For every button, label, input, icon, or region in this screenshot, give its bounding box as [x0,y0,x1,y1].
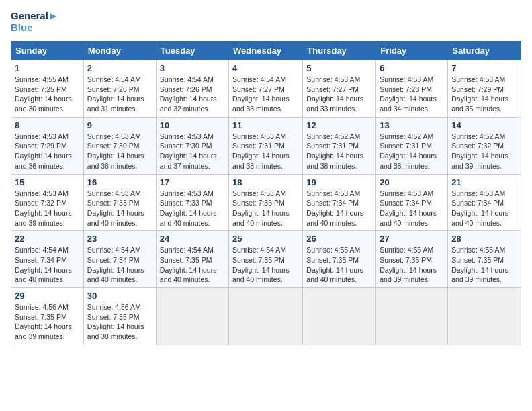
calendar-cell: 16Sunrise: 4:53 AMSunset: 7:33 PMDayligh… [83,174,156,231]
day-info: Sunrise: 4:52 AMSunset: 7:32 PMDaylight:… [451,132,517,171]
day-number: 27 [380,234,444,244]
day-number: 1 [15,63,80,73]
day-info: Sunrise: 4:54 AMSunset: 7:34 PMDaylight:… [15,245,80,285]
day-info: Sunrise: 4:52 AMSunset: 7:31 PMDaylight:… [380,132,444,171]
weekday-header-monday: Monday [83,42,156,60]
calendar-cell: 2Sunrise: 4:54 AMSunset: 7:26 PMDaylight… [83,60,156,118]
calendar-cell: 24Sunrise: 4:54 AMSunset: 7:35 PMDayligh… [156,231,228,288]
calendar-table: SundayMondayTuesdayWednesdayThursdayFrid… [11,41,521,345]
calendar-cell [229,288,303,345]
day-info: Sunrise: 4:53 AMSunset: 7:31 PMDaylight:… [232,132,299,171]
day-number: 13 [380,120,444,130]
day-number: 2 [87,63,152,73]
day-info: Sunrise: 4:54 AMSunset: 7:34 PMDaylight:… [87,245,152,285]
day-info: Sunrise: 4:53 AMSunset: 7:34 PMDaylight:… [380,189,444,228]
day-number: 20 [380,177,444,187]
calendar-cell: 13Sunrise: 4:52 AMSunset: 7:31 PMDayligh… [376,117,448,174]
calendar-cell: 30Sunrise: 4:56 AMSunset: 7:35 PMDayligh… [83,288,156,345]
day-info: Sunrise: 4:53 AMSunset: 7:30 PMDaylight:… [87,132,152,171]
weekday-header-friday: Friday [376,42,448,60]
day-number: 15 [15,177,80,187]
page-header: General►Blue [11,11,521,33]
calendar-cell: 20Sunrise: 4:53 AMSunset: 7:34 PMDayligh… [376,174,448,231]
day-info: Sunrise: 4:55 AMSunset: 7:35 PMDaylight:… [451,245,517,285]
day-info: Sunrise: 4:53 AMSunset: 7:33 PMDaylight:… [160,189,225,228]
calendar-cell: 17Sunrise: 4:53 AMSunset: 7:33 PMDayligh… [156,174,228,231]
calendar-cell: 10Sunrise: 4:53 AMSunset: 7:30 PMDayligh… [156,117,228,174]
day-number: 30 [87,291,152,301]
day-info: Sunrise: 4:55 AMSunset: 7:35 PMDaylight:… [380,245,444,285]
calendar-week-row: 1Sunrise: 4:55 AMSunset: 7:25 PMDaylight… [11,60,521,118]
calendar-cell: 7Sunrise: 4:53 AMSunset: 7:29 PMDaylight… [448,60,521,118]
calendar-cell: 14Sunrise: 4:52 AMSunset: 7:32 PMDayligh… [448,117,521,174]
calendar-cell [376,288,448,345]
weekday-header-wednesday: Wednesday [229,42,303,60]
day-number: 3 [160,63,225,73]
day-info: Sunrise: 4:53 AMSunset: 7:28 PMDaylight:… [380,75,444,114]
calendar-cell: 22Sunrise: 4:54 AMSunset: 7:34 PMDayligh… [11,231,84,288]
day-info: Sunrise: 4:53 AMSunset: 7:34 PMDaylight:… [451,189,517,228]
day-number: 8 [15,120,80,130]
day-info: Sunrise: 4:53 AMSunset: 7:29 PMDaylight:… [15,132,80,171]
calendar-cell: 15Sunrise: 4:53 AMSunset: 7:32 PMDayligh… [11,174,84,231]
calendar-week-row: 15Sunrise: 4:53 AMSunset: 7:32 PMDayligh… [11,174,521,231]
day-number: 23 [87,234,152,244]
calendar-cell: 9Sunrise: 4:53 AMSunset: 7:30 PMDaylight… [83,117,156,174]
calendar-cell: 21Sunrise: 4:53 AMSunset: 7:34 PMDayligh… [448,174,521,231]
day-number: 24 [160,234,225,244]
day-number: 9 [87,120,152,130]
calendar-cell: 27Sunrise: 4:55 AMSunset: 7:35 PMDayligh… [376,231,448,288]
day-number: 6 [380,63,444,73]
day-number: 14 [451,120,517,130]
day-number: 12 [306,120,372,130]
day-number: 28 [451,234,517,244]
calendar-cell: 8Sunrise: 4:53 AMSunset: 7:29 PMDaylight… [11,117,84,174]
calendar-cell: 3Sunrise: 4:54 AMSunset: 7:26 PMDaylight… [156,60,228,118]
weekday-header-saturday: Saturday [448,42,521,60]
weekday-header-thursday: Thursday [303,42,376,60]
day-info: Sunrise: 4:54 AMSunset: 7:35 PMDaylight:… [160,245,225,285]
calendar-cell [448,288,521,345]
day-number: 5 [306,63,372,73]
day-number: 11 [232,120,299,130]
day-number: 17 [160,177,225,187]
calendar-cell [156,288,228,345]
calendar-cell: 23Sunrise: 4:54 AMSunset: 7:34 PMDayligh… [83,231,156,288]
calendar-week-row: 29Sunrise: 4:56 AMSunset: 7:35 PMDayligh… [11,288,521,345]
calendar-cell: 1Sunrise: 4:55 AMSunset: 7:25 PMDaylight… [11,60,84,118]
calendar-cell: 28Sunrise: 4:55 AMSunset: 7:35 PMDayligh… [448,231,521,288]
day-info: Sunrise: 4:53 AMSunset: 7:33 PMDaylight:… [232,189,299,228]
day-info: Sunrise: 4:54 AMSunset: 7:26 PMDaylight:… [87,75,152,114]
day-number: 16 [87,177,152,187]
weekday-header-sunday: Sunday [11,42,84,60]
calendar-week-row: 22Sunrise: 4:54 AMSunset: 7:34 PMDayligh… [11,231,521,288]
day-info: Sunrise: 4:53 AMSunset: 7:30 PMDaylight:… [160,132,225,171]
day-info: Sunrise: 4:53 AMSunset: 7:32 PMDaylight:… [15,189,80,228]
day-info: Sunrise: 4:56 AMSunset: 7:35 PMDaylight:… [87,302,152,342]
calendar-cell: 29Sunrise: 4:56 AMSunset: 7:35 PMDayligh… [11,288,84,345]
logo-text: General►Blue [11,11,58,33]
day-number: 19 [306,177,372,187]
day-number: 26 [306,234,372,244]
day-info: Sunrise: 4:53 AMSunset: 7:33 PMDaylight:… [87,189,152,228]
day-number: 25 [232,234,299,244]
calendar-cell: 4Sunrise: 4:54 AMSunset: 7:27 PMDaylight… [229,60,303,118]
day-info: Sunrise: 4:56 AMSunset: 7:35 PMDaylight:… [15,302,80,342]
day-info: Sunrise: 4:53 AMSunset: 7:34 PMDaylight:… [306,189,372,228]
calendar-cell: 12Sunrise: 4:52 AMSunset: 7:31 PMDayligh… [303,117,376,174]
day-info: Sunrise: 4:54 AMSunset: 7:26 PMDaylight:… [160,75,225,114]
calendar-cell: 26Sunrise: 4:55 AMSunset: 7:35 PMDayligh… [303,231,376,288]
day-number: 22 [15,234,80,244]
weekday-header-tuesday: Tuesday [156,42,228,60]
day-number: 10 [160,120,225,130]
day-info: Sunrise: 4:55 AMSunset: 7:35 PMDaylight:… [306,245,372,285]
calendar-cell [303,288,376,345]
calendar-cell: 18Sunrise: 4:53 AMSunset: 7:33 PMDayligh… [229,174,303,231]
calendar-cell: 5Sunrise: 4:53 AMSunset: 7:27 PMDaylight… [303,60,376,118]
day-info: Sunrise: 4:54 AMSunset: 7:35 PMDaylight:… [232,245,299,285]
day-info: Sunrise: 4:52 AMSunset: 7:31 PMDaylight:… [306,132,372,171]
day-info: Sunrise: 4:55 AMSunset: 7:25 PMDaylight:… [15,75,80,114]
logo: General►Blue [11,11,58,33]
calendar-cell: 25Sunrise: 4:54 AMSunset: 7:35 PMDayligh… [229,231,303,288]
day-number: 7 [451,63,517,73]
